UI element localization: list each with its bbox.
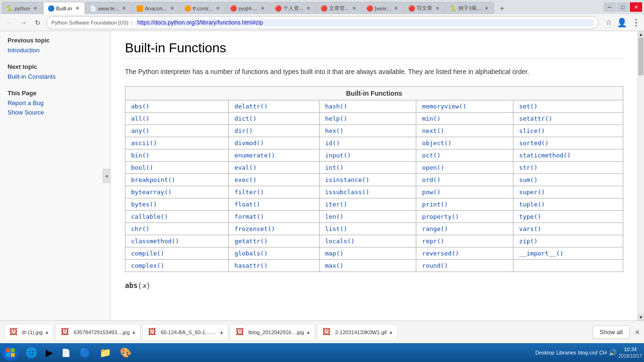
table-cell[interactable]: dir() [229,125,319,137]
table-cell[interactable]: ascii() [125,137,229,149]
function-link[interactable]: __import__() [519,250,563,257]
function-link[interactable]: float() [234,201,260,208]
tab-close-weix[interactable]: ✕ [393,5,399,12]
function-link[interactable]: divmod() [234,140,264,147]
function-link[interactable]: locals() [325,238,355,245]
function-link[interactable]: breakpoint() [131,176,175,183]
taskbar-speaker-icon[interactable]: 🔊 [609,349,617,356]
table-cell[interactable]: format() [229,211,319,223]
function-link[interactable]: exec() [234,176,256,183]
table-cell[interactable]: type() [513,211,623,223]
tab-close-www[interactable]: ✕ [121,5,127,12]
function-link[interactable]: compile() [131,250,164,257]
table-cell[interactable]: max() [319,260,416,272]
table-cell[interactable]: dict() [229,113,319,125]
function-link[interactable]: iter() [325,201,347,208]
function-link[interactable]: min() [422,115,440,122]
table-cell[interactable]: bytearray() [125,186,229,198]
table-cell[interactable]: any() [125,125,229,137]
function-link[interactable]: sorted() [519,140,549,147]
function-link[interactable]: ascii() [131,140,157,147]
table-cell[interactable]: next() [416,125,513,137]
table-cell[interactable]: id() [319,137,416,149]
tab-builtin[interactable]: 🔵 Built-in ✕ [43,2,85,14]
start-button[interactable] [2,344,19,361]
function-link[interactable]: callable() [131,213,168,220]
sidebar-show-source-link[interactable]: Show Source [8,108,103,118]
tab-close-builtin[interactable]: ✕ [74,5,81,12]
table-cell[interactable]: chr() [125,223,229,235]
sidebar-collapse-button[interactable]: « [103,169,110,183]
table-cell[interactable]: range() [416,223,513,235]
function-link[interactable]: next() [422,127,444,134]
table-cell[interactable]: issubclass() [319,186,416,198]
table-cell[interactable]: min() [416,113,513,125]
function-link[interactable]: slice() [519,127,545,134]
table-cell[interactable]: pow() [416,186,513,198]
tab-pyqt4[interactable]: 🔴 pyqt4-... ✕ [226,2,270,14]
function-link[interactable]: any() [131,127,149,134]
scrollbar-thumb[interactable] [638,38,644,75]
function-link[interactable]: delattr() [234,103,267,110]
tab-close-tf[interactable]: ✕ [215,5,221,12]
table-cell[interactable]: delattr() [229,100,319,113]
table-cell[interactable]: setattr() [513,113,623,125]
function-link[interactable]: bin() [131,152,149,159]
function-link[interactable]: dict() [234,115,256,122]
tab-close-personal[interactable]: ✕ [305,5,312,12]
forward-button[interactable]: → [18,17,29,28]
scrollbar-track[interactable] [638,38,644,314]
table-cell[interactable]: locals() [319,235,416,247]
maximize-button[interactable]: □ [617,2,629,12]
table-cell[interactable]: int() [319,162,416,174]
table-cell[interactable]: open() [416,162,513,174]
tab-anaconda[interactable]: 🟧 Anacon... ✕ [132,2,179,14]
table-cell[interactable]: zip() [513,235,623,247]
table-cell[interactable]: object() [416,137,513,149]
function-link[interactable]: help() [325,115,347,122]
back-button[interactable]: ← [4,17,15,28]
table-cell[interactable]: vars() [513,223,623,235]
scrollbar-up-button[interactable]: ▲ [638,31,644,38]
table-cell[interactable]: map() [319,247,416,260]
function-link[interactable]: bool() [131,164,153,171]
table-cell[interactable]: bin() [125,149,229,162]
table-cell[interactable]: globals() [229,247,319,260]
table-cell[interactable]: memoryview() [416,100,513,113]
refresh-button[interactable]: ↻ [32,17,43,28]
function-link[interactable]: list() [325,225,347,232]
table-cell[interactable]: tuple() [513,198,623,211]
function-link[interactable]: int() [325,164,344,171]
profile-icon[interactable]: 👤 [617,17,627,28]
table-cell[interactable]: oct() [416,149,513,162]
taskbar-chrome-icon[interactable]: 🔵 [75,345,95,361]
download-chevron-2[interactable]: ▲ [132,329,136,335]
table-cell[interactable]: bool() [125,162,229,174]
function-link[interactable]: eval() [234,164,256,171]
tab-weix[interactable]: 🔴 [weix... ✕ [362,2,404,14]
table-cell[interactable]: frozenset() [229,223,319,235]
table-cell[interactable]: float() [229,198,319,211]
address-input-wrapper[interactable]: Python Software Foundation [US] | https:… [46,16,599,29]
table-cell[interactable]: slice() [513,125,623,137]
function-link[interactable]: open() [422,164,444,171]
download-chevron-4[interactable]: ▲ [306,329,311,335]
function-link[interactable]: memoryview() [422,103,466,110]
function-link[interactable]: chr() [131,225,149,232]
function-link[interactable]: type() [519,213,541,220]
function-link[interactable]: abs() [131,103,149,110]
table-cell[interactable]: all() [125,113,229,125]
table-cell[interactable]: callable() [125,211,229,223]
star-icon[interactable]: ☆ [605,18,612,27]
table-cell[interactable]: len() [319,211,416,223]
table-cell[interactable]: hex() [319,125,416,137]
tab-close-write[interactable]: ✕ [434,5,441,12]
function-link[interactable]: property() [422,213,459,220]
tab-example[interactable]: 🐍 例子3展... ✕ [446,2,494,14]
table-cell[interactable]: hash() [319,100,416,113]
function-link[interactable]: tuple() [519,201,545,208]
function-link[interactable]: hash() [325,103,347,110]
table-cell[interactable]: help() [319,113,416,125]
function-link[interactable]: isinstance() [325,176,370,183]
tab-www[interactable]: 📄 www.te... ✕ [85,2,132,14]
